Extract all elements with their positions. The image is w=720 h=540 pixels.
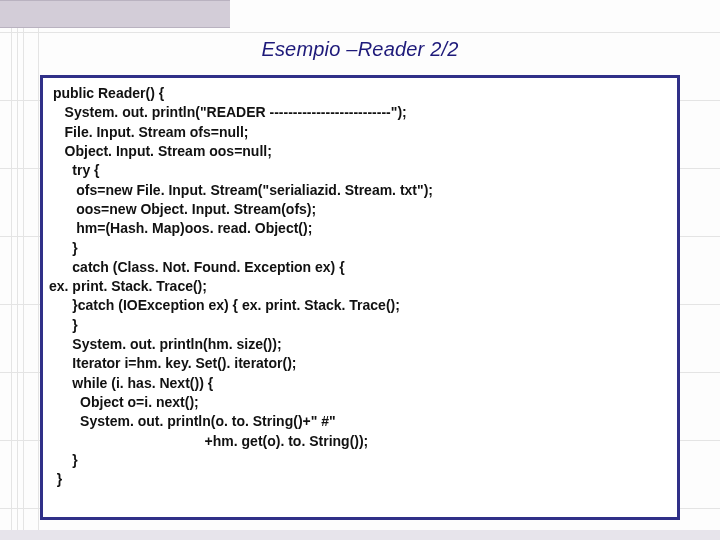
code-line: +hm. get(o). to. String()); xyxy=(49,432,669,451)
code-line: catch (Class. Not. Found. Exception ex) … xyxy=(49,258,669,277)
code-line: System. out. println(hm. size()); xyxy=(49,335,669,354)
code-line: ex. print. Stack. Trace(); xyxy=(49,277,669,296)
code-line: oos=new Object. Input. Stream(ofs); xyxy=(49,200,669,219)
code-line: hm=(Hash. Map)oos. read. Object(); xyxy=(49,219,669,238)
code-line: } xyxy=(49,239,669,258)
code-line: }catch (IOException ex) { ex. print. Sta… xyxy=(49,296,669,315)
code-line: Object. Input. Stream oos=null; xyxy=(49,142,669,161)
footer-band-decoration xyxy=(0,530,720,540)
slide-title: Esempio –Reader 2/2 xyxy=(0,38,720,61)
code-line: while (i. has. Next()) { xyxy=(49,374,669,393)
header-band-decoration xyxy=(0,0,230,28)
code-line: System. out. println(o. to. String()+" #… xyxy=(49,412,669,431)
code-line: public Reader() { xyxy=(49,84,669,103)
code-line: Iterator i=hm. key. Set(). iterator(); xyxy=(49,354,669,373)
code-line: try { xyxy=(49,161,669,180)
code-line: File. Input. Stream ofs=null; xyxy=(49,123,669,142)
code-line: } xyxy=(49,451,669,470)
code-line: } xyxy=(49,316,669,335)
code-line: ofs=new File. Input. Stream("serialiazid… xyxy=(49,181,669,200)
code-line: System. out. println("READER -----------… xyxy=(49,103,669,122)
code-line: Object o=i. next(); xyxy=(49,393,669,412)
code-box: public Reader() { System. out. println("… xyxy=(40,75,680,520)
code-line: } xyxy=(49,470,669,489)
